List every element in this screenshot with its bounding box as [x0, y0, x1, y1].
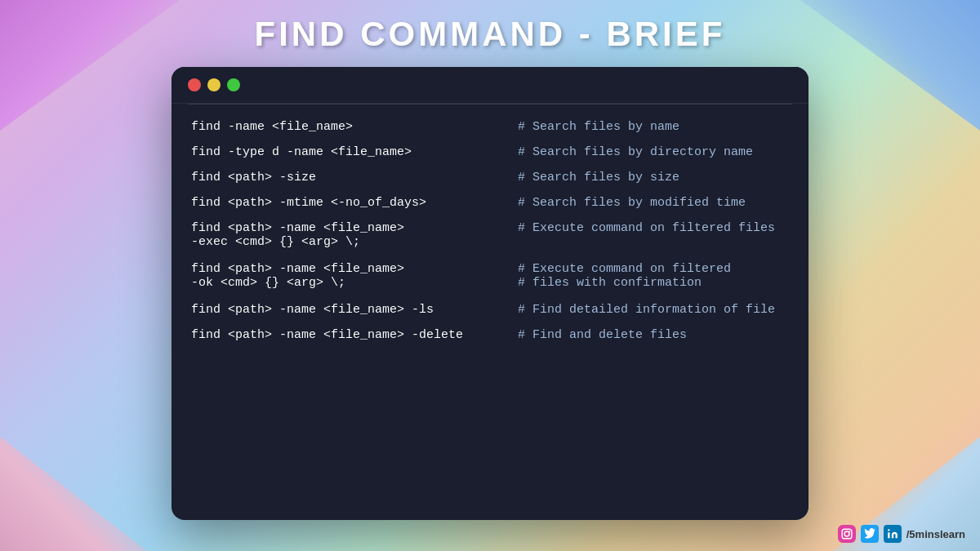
command-text: find <path> -name <file_name> — [191, 263, 518, 275]
comment-text: # Search files by name — [518, 121, 789, 133]
command-text: find <path> -mtime <-no_of_days> — [191, 197, 518, 209]
comment-text: # Search files by size — [518, 171, 789, 184]
table-row: find <path> -name <file_name> -ls # Find… — [191, 295, 789, 321]
table-row: find -type d -name <file_name> # Search … — [191, 138, 789, 163]
traffic-light-green[interactable] — [227, 78, 240, 91]
svg-rect-0 — [842, 529, 852, 539]
comment-text: # Execute command on filtered files — [518, 222, 789, 234]
traffic-light-yellow[interactable] — [207, 78, 220, 91]
table-row: find <path> -size # Search files by size — [191, 163, 789, 189]
table-row: find <path> -name <file_name> -delete # … — [191, 321, 789, 346]
command-text: find -name <file_name> — [191, 121, 518, 133]
terminal-header — [172, 67, 808, 104]
page-title: FIND COMMAND - BRIEF — [0, 15, 980, 54]
social-handle: /5minslearn — [906, 528, 965, 540]
traffic-light-red[interactable] — [188, 78, 201, 91]
instagram-icon[interactable] — [838, 525, 856, 543]
terminal-body: find -name <file_name> # Search files by… — [172, 104, 808, 359]
table-row-continuation: -ok <cmd> {} <arg> \; # files with confi… — [191, 277, 789, 295]
terminal-window: find -name <file_name> # Search files by… — [172, 67, 808, 520]
comment-text: # Search files by directory name — [518, 146, 789, 158]
svg-point-1 — [844, 531, 849, 536]
table-row: find <path> -mtime <-no_of_days> # Searc… — [191, 189, 789, 214]
command-text: find -type d -name <file_name> — [191, 146, 518, 158]
comment-text: # Find and delete files — [518, 329, 789, 341]
comment-text: # Find detailed information of file — [518, 304, 789, 316]
linkedin-icon[interactable] — [884, 525, 902, 543]
command-text: -exec <cmd> {} <arg> \; — [191, 236, 518, 248]
command-text: find <path> -name <file_name> -ls — [191, 304, 518, 316]
comment-text: # files with confirmation — [518, 277, 789, 289]
command-text: -ok <cmd> {} <arg> \; — [191, 277, 518, 289]
table-row: find <path> -name <file_name> # Execute … — [191, 255, 789, 277]
comment-text: # Search files by modified time — [518, 197, 789, 209]
table-row: find <path> -name <file_name> # Execute … — [191, 214, 789, 236]
twitter-icon[interactable] — [861, 525, 879, 543]
table-row: find -name <file_name> # Search files by… — [191, 113, 789, 138]
svg-point-2 — [849, 531, 850, 532]
comment-text: # Execute command on filtered — [518, 263, 789, 275]
table-row-continuation: -exec <cmd> {} <arg> \; — [191, 236, 789, 255]
social-bar: /5minslearn — [838, 525, 965, 543]
command-text: find <path> -name <file_name> -delete — [191, 329, 518, 341]
svg-point-3 — [888, 529, 889, 531]
command-text: find <path> -size — [191, 171, 518, 184]
command-text: find <path> -name <file_name> — [191, 222, 518, 234]
